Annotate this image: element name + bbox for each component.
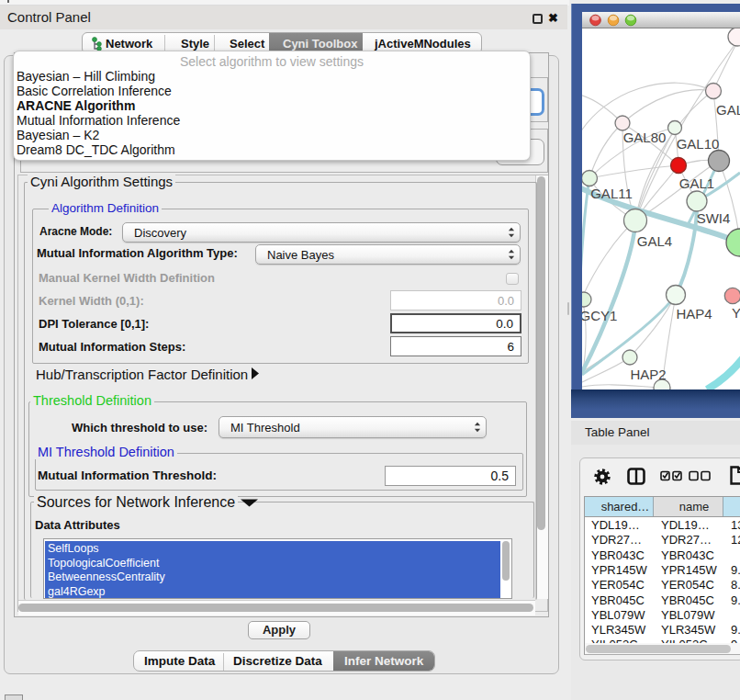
svg-text:GAL4: GAL4 (637, 233, 672, 249)
svg-text:GAL11: GAL11 (590, 186, 633, 201)
svg-text:SWI4: SWI4 (697, 210, 731, 226)
svg-text:YMR0: YMR0 (732, 305, 740, 321)
svg-text:GCY1: GCY1 (582, 308, 617, 323)
svg-text:GAL2: GAL2 (716, 102, 740, 118)
svg-text:HAP4: HAP4 (676, 306, 712, 322)
svg-text:GAL10: GAL10 (677, 136, 720, 152)
svg-text:GAL80: GAL80 (623, 130, 667, 145)
svg-text:GAL1: GAL1 (679, 175, 714, 191)
svg-text:HAP2: HAP2 (630, 367, 666, 382)
